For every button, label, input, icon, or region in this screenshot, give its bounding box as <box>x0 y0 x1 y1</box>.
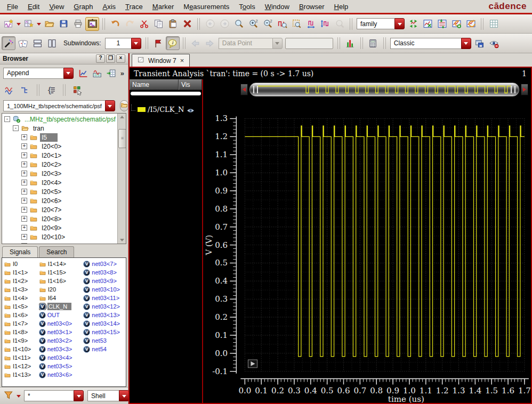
dropdown-arrow-icon[interactable] <box>36 17 42 31</box>
datapoint-value-field[interactable] <box>285 38 333 49</box>
subwindows-select[interactable]: 1 <box>105 38 141 49</box>
list-mode-button[interactable]: { <box>44 83 58 97</box>
calculator-button[interactable] <box>366 36 380 50</box>
overview-left-grip[interactable] <box>253 86 258 93</box>
expand-icon[interactable]: + <box>21 207 27 213</box>
tree-node-i20-3-[interactable]: +I20<3> <box>2 169 117 178</box>
combine-strips-button[interactable] <box>421 17 434 31</box>
zoom-in-button[interactable]: 2 <box>246 17 260 31</box>
signal-item-i1-14-[interactable]: I1<14> <box>39 261 84 268</box>
collapse-icon[interactable]: - <box>13 125 19 131</box>
shell-select[interactable]: Shell <box>87 390 129 401</box>
dropdown-arrow-icon[interactable] <box>16 17 21 31</box>
vis-column-header[interactable]: Vis <box>179 79 202 90</box>
tree-node-i20-2-[interactable]: +I20<2> <box>2 160 117 169</box>
append-select[interactable]: Append <box>3 68 74 79</box>
signal-item-i1-13-[interactable]: I1<13> <box>4 371 39 378</box>
zoom-fit-button[interactable] <box>232 17 246 31</box>
save-workspace-button[interactable] <box>473 36 487 50</box>
wizard-button[interactable] <box>2 36 15 50</box>
wave-mode-button[interactable] <box>2 83 16 97</box>
expand-icon[interactable]: + <box>21 189 27 195</box>
panel-float-button[interactable]: ❐ <box>106 54 115 63</box>
menu-item-file[interactable]: File <box>2 2 23 12</box>
signal-item-i20[interactable]: I20 <box>39 286 84 293</box>
menu-item-view[interactable]: View <box>44 2 69 12</box>
zoom-y-button[interactable] <box>318 17 332 31</box>
results-path-select[interactable]: 1_100MHz_tb/spectre/schematic/psf <box>3 100 115 111</box>
pan-left-button[interactable] <box>240 84 248 95</box>
expand-icon[interactable]: + <box>21 161 27 167</box>
strip-chart-button[interactable] <box>435 17 449 31</box>
expand-icon[interactable]: + <box>21 180 27 185</box>
grid-toggle-button[interactable] <box>487 17 501 31</box>
select-mode-button[interactable] <box>70 83 84 97</box>
datapoint-select[interactable]: Data Point <box>219 38 283 49</box>
tree-node-i20-4-[interactable]: +I20<4> <box>2 178 117 187</box>
signal-item-i1-6-[interactable]: I1<6> <box>4 312 39 319</box>
signal-item-net03-15-[interactable]: Vnet03<15> <box>83 329 126 336</box>
signal-item-net03-13-[interactable]: Vnet03<13> <box>83 312 126 319</box>
new-subwindow-button[interactable] <box>22 17 36 31</box>
open-button[interactable] <box>42 17 56 31</box>
print-button[interactable] <box>71 17 85 31</box>
delete-button[interactable] <box>180 17 194 31</box>
hide-images-button[interactable] <box>487 36 501 50</box>
tree-scrollbar[interactable] <box>117 114 126 244</box>
zoom-out-button[interactable]: 2 <box>261 17 275 31</box>
browser-toolbar-overflow[interactable]: » <box>120 69 126 77</box>
filter-pattern-select[interactable]: * <box>24 390 84 401</box>
appearance-select[interactable]: Classic <box>390 38 471 49</box>
split-strips-button[interactable] <box>406 17 420 31</box>
menu-item-browser[interactable]: Browser <box>294 2 329 12</box>
window-tab-close-icon[interactable]: × <box>180 58 184 63</box>
expand-icon[interactable]: + <box>21 225 27 231</box>
menu-item-help[interactable]: Help <box>329 2 353 12</box>
tab-signals[interactable]: Signals <box>2 246 38 257</box>
signal-item-out[interactable]: VOUT <box>39 312 84 319</box>
menu-item-trace[interactable]: Trace <box>120 2 148 12</box>
menu-item-measurements[interactable]: Measurements <box>179 2 234 12</box>
signal-item-net03-6-[interactable]: Vnet03<6> <box>39 371 84 378</box>
signal-item-net03-4-[interactable]: Vnet03<4> <box>39 354 84 361</box>
dropdown-arrow-icon[interactable] <box>394 18 405 29</box>
menu-item-window[interactable]: Window <box>260 2 294 12</box>
signal-item-i1-1-[interactable]: I1<1> <box>4 269 39 276</box>
signal-item-net03-7-[interactable]: Vnet03<7> <box>83 261 126 268</box>
signal-item-clk-n[interactable]: VCLK_N <box>39 303 84 310</box>
tree-node--mhz-tb-spectre-schematic-psf[interactable]: -...MHz_tb/spectre/schematic/psf <box>2 115 117 124</box>
menu-item-marker[interactable]: Marker <box>148 2 179 12</box>
zoom-box-button[interactable] <box>289 17 303 31</box>
signal-item-net03-3-[interactable]: Vnet03<3> <box>39 346 84 353</box>
name-column-header[interactable]: Name <box>130 79 179 90</box>
signal-item-net03-9-[interactable]: Vnet03<9> <box>83 278 126 285</box>
signal-item-i1-12-[interactable]: I1<12> <box>4 363 39 370</box>
reload-add-button[interactable] <box>449 17 463 31</box>
tree-mode-button[interactable] <box>18 83 32 97</box>
tree-node-i20-0-[interactable]: +I20<0> <box>2 142 117 151</box>
horizontal-panels-button[interactable] <box>30 36 44 50</box>
strip-plot-button[interactable] <box>91 66 104 80</box>
signal-item-net03-12-[interactable]: Vnet03<12> <box>83 303 126 310</box>
dropdown-arrow-icon[interactable] <box>272 38 283 49</box>
expand-icon[interactable]: + <box>21 143 27 149</box>
waveform-display-button[interactable] <box>85 17 99 31</box>
trace-row[interactable]: /I5/CLK_N <box>130 104 202 115</box>
signal-item-i1-8-[interactable]: I1<8> <box>4 329 39 336</box>
menu-item-axis[interactable]: Axis <box>98 2 120 12</box>
filter-funnel-icon[interactable] <box>3 390 14 402</box>
scroll-up-arrow[interactable] <box>118 114 125 120</box>
signal-item-i1-4-[interactable]: I1<4> <box>4 295 39 302</box>
flag-button[interactable] <box>151 36 165 50</box>
scroll-thumb[interactable] <box>118 129 126 148</box>
overview-track[interactable] <box>249 83 519 96</box>
signal-item-i0[interactable]: I0 <box>4 261 39 268</box>
expand-icon[interactable]: + <box>21 134 27 140</box>
tab-search[interactable]: Search <box>39 246 74 257</box>
undo-button[interactable] <box>108 17 122 31</box>
signal-item-i1-7-[interactable]: I1<7> <box>4 320 39 327</box>
signal-item-net54[interactable]: Vnet54 <box>83 346 126 353</box>
table-export-button[interactable] <box>104 66 118 80</box>
expand-icon[interactable]: + <box>21 171 27 176</box>
signal-item-net03-1-[interactable]: Vnet03<1> <box>39 329 84 336</box>
